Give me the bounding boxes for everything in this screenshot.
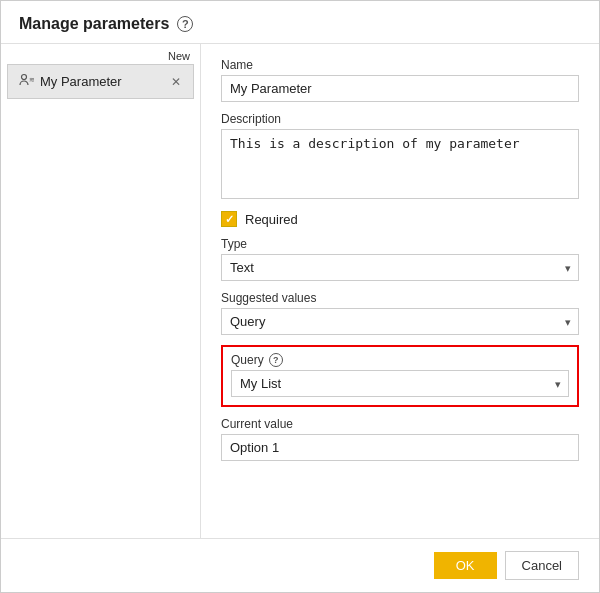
required-checkbox[interactable]: ✓ <box>221 211 237 227</box>
svg-text:≋: ≋ <box>29 76 34 83</box>
required-row: ✓ Required <box>221 211 579 227</box>
sidebar: New ≋ My Parameter ✕ <box>1 44 201 538</box>
required-label: Required <box>245 212 298 227</box>
sidebar-new-label: New <box>1 44 200 64</box>
parameter-icon: ≋ <box>18 72 34 91</box>
name-label: Name <box>221 58 579 72</box>
svg-point-0 <box>22 75 27 80</box>
query-section: Query ? My List ▾ <box>221 345 579 407</box>
sidebar-item-parameter[interactable]: ≋ My Parameter ✕ <box>7 64 194 99</box>
query-help-icon[interactable]: ? <box>269 353 283 367</box>
current-value-input[interactable] <box>221 434 579 461</box>
name-field-group: Name <box>221 58 579 102</box>
manage-parameters-dialog: Manage parameters ? New ≋ My Parameter ✕ <box>0 0 600 593</box>
dialog-title: Manage parameters <box>19 15 169 33</box>
type-select-wrapper: Text Number Date Logical ▾ <box>221 254 579 281</box>
type-label: Type <box>221 237 579 251</box>
query-label-row: Query ? <box>231 353 569 367</box>
dialog-footer: OK Cancel <box>1 538 599 592</box>
description-input[interactable]: This is a description of my parameter <box>221 129 579 199</box>
description-label: Description <box>221 112 579 126</box>
dialog-header: Manage parameters ? <box>1 1 599 44</box>
type-select[interactable]: Text Number Date Logical <box>221 254 579 281</box>
dialog-body: New ≋ My Parameter ✕ Name <box>1 44 599 538</box>
description-field-group: Description This is a description of my … <box>221 112 579 199</box>
current-value-field-group: Current value <box>221 417 579 461</box>
type-field-group: Type Text Number Date Logical ▾ <box>221 237 579 281</box>
query-select-wrapper: My List ▾ <box>231 370 569 397</box>
form-content: Name Description This is a description o… <box>201 44 599 538</box>
ok-button[interactable]: OK <box>434 552 497 579</box>
suggested-field-group: Suggested values Query List of values An… <box>221 291 579 335</box>
suggested-select-wrapper: Query List of values Any value ▾ <box>221 308 579 335</box>
sidebar-item-label: My Parameter <box>40 74 169 89</box>
name-input[interactable] <box>221 75 579 102</box>
current-value-label: Current value <box>221 417 579 431</box>
dialog-help-icon[interactable]: ? <box>177 16 193 32</box>
sidebar-item-close-icon[interactable]: ✕ <box>169 75 183 89</box>
query-select[interactable]: My List <box>231 370 569 397</box>
suggested-select[interactable]: Query List of values Any value <box>221 308 579 335</box>
cancel-button[interactable]: Cancel <box>505 551 579 580</box>
checkmark-icon: ✓ <box>225 214 234 225</box>
suggested-label: Suggested values <box>221 291 579 305</box>
query-label: Query <box>231 353 264 367</box>
